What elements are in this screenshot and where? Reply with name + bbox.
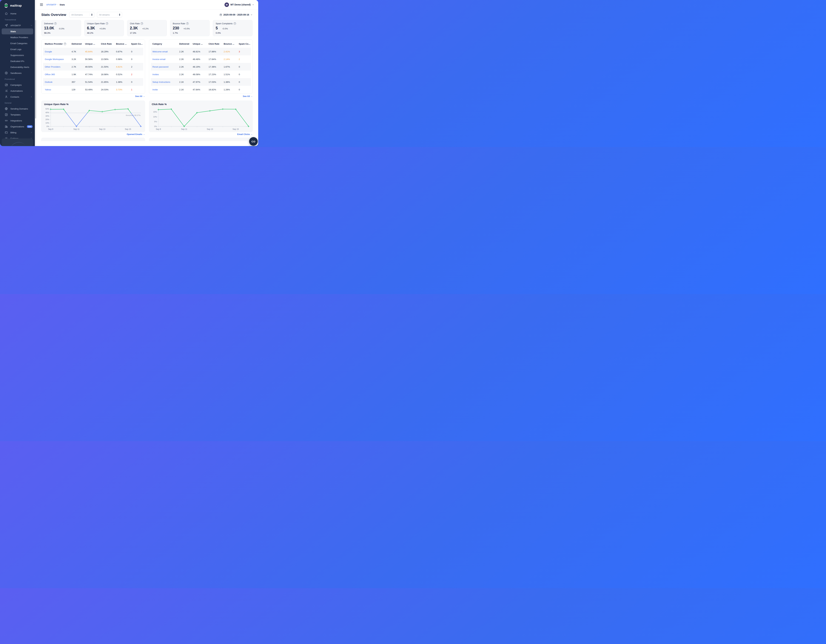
sidebar-scrollbar[interactable] <box>35 0 36 146</box>
scrollbar-thumb[interactable] <box>35 20 36 118</box>
see-all-link[interactable]: See All → <box>243 95 253 98</box>
breadcrumb-link[interactable]: API/SMTP <box>46 3 56 6</box>
table-row: Outlook35751.54%21.85%1.38%0 <box>43 78 143 86</box>
sidebar-bottom-widget[interactable] <box>2 138 33 146</box>
chevron-right-icon <box>30 96 33 98</box>
account-menu[interactable]: M MT Demo (shared) <box>225 3 254 7</box>
table-cell: 1.51% <box>223 71 238 78</box>
stepper-arrows-icon <box>119 14 120 16</box>
category-link[interactable]: Invoice email <box>151 55 179 63</box>
sidebar-item-integrations[interactable]: Integrations <box>0 118 35 124</box>
category-link[interactable]: Setup Instructions <box>151 78 179 86</box>
table-row: Welcome email2.2K48.81%17.86%2.41%3 <box>151 48 251 55</box>
sidebar-item-email-categories[interactable]: Email Categories <box>0 40 35 46</box>
sidebar-item-organizations[interactable]: Organizationsnew <box>0 124 35 130</box>
sidebar-item-suppressions[interactable]: Suppressions <box>0 52 35 58</box>
sidebar-item-label: Suppressions <box>11 54 33 56</box>
metric-value-row: 2.3K+0.2% <box>130 26 164 30</box>
metric-value: 5 <box>216 26 218 30</box>
sidebar-item-contacts[interactable]: Contacts <box>0 94 35 100</box>
help-icon[interactable]: ? <box>186 22 189 25</box>
see-all-link[interactable]: See All → <box>135 95 145 98</box>
sidebar-item-automations[interactable]: Automations <box>0 88 35 94</box>
table-cell: 53.49% <box>84 86 100 93</box>
chart-links-row: Opened Emails → Email Clicks → <box>41 133 253 135</box>
table-cell: 1.9K <box>71 71 84 78</box>
sidebar-item-templates[interactable]: Templates <box>0 112 35 118</box>
help-icon[interactable]: ? <box>54 22 57 25</box>
table-cell: 48.19% <box>192 63 208 71</box>
table-cell: 0 <box>238 63 251 71</box>
help-icon[interactable]: ? <box>64 43 66 45</box>
table-cell: 48.81% <box>192 48 208 55</box>
metric-value-row: 5-0.0% <box>216 26 250 30</box>
chevron-right-icon <box>30 131 33 133</box>
help-icon[interactable]: ? <box>106 22 108 25</box>
table-cell: 2.7K <box>71 63 84 71</box>
table-row: Google Workspace3.2K50.56%13.56%0.98%0 <box>43 55 143 63</box>
category-link[interactable]: Welcome email <box>151 48 179 55</box>
table-cell: 1.26% <box>223 86 238 93</box>
sidebar-item-sandboxes[interactable]: Sandboxes <box>0 70 35 76</box>
provider-link[interactable]: Office 365 <box>43 71 71 78</box>
metric-card-unique-open-rate: Unique Open Rate?6.3K+0.8%48.2% <box>84 20 124 36</box>
streams-select[interactable]: All streams <box>97 12 122 17</box>
svg-text:0%: 0% <box>47 126 49 127</box>
logo[interactable]: mailtrap <box>0 0 35 9</box>
category-link[interactable]: Invite <box>151 86 179 93</box>
table-cell: 2.41% <box>223 48 238 55</box>
sidebar-item-billing[interactable]: Billing <box>0 130 35 135</box>
table-cell: 17.64% <box>208 55 223 63</box>
column-header-unique: Unique ... <box>192 40 208 48</box>
category-table: CategoryDeliveredUnique ...Click RateBou… <box>149 39 253 94</box>
chat-launcher-button[interactable]: CO <box>249 137 258 146</box>
sidebar-item-label: Integrations <box>11 119 33 122</box>
sidebar-item-settings[interactable]: Settings <box>0 135 35 138</box>
sidebar-item-sending-domains[interactable]: Sending Domains <box>0 106 35 112</box>
metric-label: Unique Open Rate? <box>87 22 121 25</box>
column-header-delivered: Delivered <box>179 40 192 48</box>
category-link[interactable]: Reset password <box>151 63 179 71</box>
provider-link[interactable]: Yahoo <box>43 86 71 93</box>
column-header-label: Unique ... <box>193 43 203 45</box>
click-rate-chart-card: Click Rate % 0%5%10%15%Sep 9Sep 11Sep 13… <box>149 101 253 132</box>
streams-select-value: All streams <box>99 14 118 16</box>
help-icon[interactable]: ? <box>141 22 143 25</box>
sidebar-item-email-logs[interactable]: Email Logs <box>0 46 35 52</box>
email-clicks-link[interactable]: Email Clicks → <box>237 133 253 135</box>
provider-link[interactable]: Other Providers <box>43 63 71 71</box>
table-row: Google4.7K45.64%16.29%0.87%0 <box>43 48 143 55</box>
metric-sub-value: 48.2% <box>87 32 121 34</box>
provider-link[interactable]: Google Workspace <box>43 55 71 63</box>
metric-label: Bounce Rate? <box>173 22 207 25</box>
hamburger-menu-icon[interactable] <box>40 3 43 6</box>
campaigns-icon <box>5 83 8 87</box>
sidebar-item-label: Billing <box>11 131 28 134</box>
provider-link[interactable]: Outlook <box>43 78 71 86</box>
table-cell: 3.73% <box>115 86 130 93</box>
sidebar-item-stats[interactable]: Stats <box>2 28 33 34</box>
sidebar-item-campaigns[interactable]: Campaigns <box>0 82 35 88</box>
svg-text:0%: 0% <box>154 126 157 127</box>
metric-value: 230 <box>173 26 179 30</box>
sidebar-item-mailbox-providers[interactable]: Mailbox Providers <box>0 34 35 40</box>
sidebar-item-api-smtp[interactable]: API/SMTP <box>0 22 35 28</box>
svg-text:Sep 11: Sep 11 <box>73 128 79 130</box>
table-cell: 2.2K <box>179 63 192 71</box>
sidebar-item-home[interactable]: Home <box>0 11 35 17</box>
table-row: Invoice email2.2K48.48%17.64%2.14%2 <box>151 55 251 63</box>
provider-link[interactable]: Google <box>43 48 71 55</box>
svg-text:Sep 13: Sep 13 <box>99 128 106 130</box>
date-range-picker[interactable]: 2025-09-09 - 2025-09-16 <box>220 13 253 16</box>
help-icon[interactable]: ? <box>234 22 236 25</box>
column-header-label: Click Rate <box>209 43 219 45</box>
category-link[interactable]: Invites <box>151 71 179 78</box>
table-cell: 2.14% <box>223 55 238 63</box>
table-cell: 1 <box>130 86 143 93</box>
domains-select[interactable]: All Domains <box>69 12 94 17</box>
metric-label-text: Spam Complaints <box>216 22 233 25</box>
sidebar-item-deliverability-alerts[interactable]: Deliverability Alerts <box>0 64 35 70</box>
opened-emails-link[interactable]: Opened Emails → <box>127 133 145 135</box>
sidebar-item-dedicated-ips[interactable]: Dedicated IPs <box>0 58 35 64</box>
metric-sub-value: 0.0% <box>216 32 250 34</box>
